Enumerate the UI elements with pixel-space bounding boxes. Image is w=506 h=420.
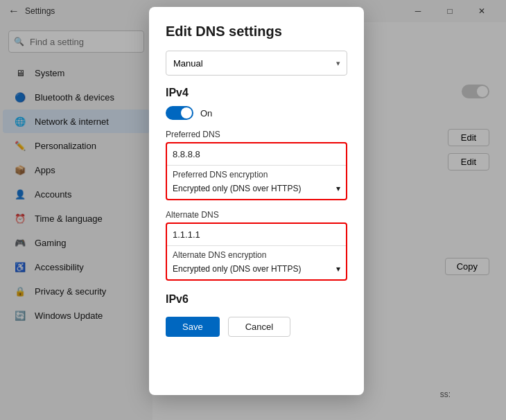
preferred-dns-box: Preferred DNS encryption Encrypted only … bbox=[166, 142, 347, 200]
alternate-dns-input-wrap bbox=[167, 224, 346, 246]
preferred-dns-label: Preferred DNS bbox=[166, 130, 347, 139]
preferred-dns-input[interactable] bbox=[173, 148, 340, 161]
alternate-encryption-label: Alternate DNS encryption bbox=[167, 246, 346, 261]
ipv4-toggle[interactable] bbox=[166, 106, 193, 120]
alternate-encryption-dropdown[interactable]: Encrypted only (DNS over HTTPS) ▾ bbox=[167, 261, 346, 279]
dns-mode-dropdown-wrap: Manual Automatic (DHCP) ▾ bbox=[166, 51, 347, 76]
modal-title: Edit DNS settings bbox=[166, 24, 347, 40]
settings-window: ← Settings ─ □ ✕ 🔍 🖥 System 🔵 Bluetooth … bbox=[0, 0, 506, 420]
toggle-thumb-on bbox=[181, 107, 192, 119]
dns-mode-dropdown[interactable]: Manual Automatic (DHCP) bbox=[166, 51, 347, 76]
alternate-dns-box: Alternate DNS encryption Encrypted only … bbox=[166, 222, 347, 281]
alternate-encryption-arrow: ▾ bbox=[336, 264, 340, 274]
cancel-button[interactable]: Cancel bbox=[228, 317, 290, 337]
ipv4-toggle-row: On bbox=[166, 106, 347, 120]
preferred-encryption-label: Preferred DNS encryption bbox=[167, 166, 346, 181]
alternate-encryption-value: Encrypted only (DNS over HTTPS) bbox=[173, 264, 301, 274]
edit-dns-modal: Edit DNS settings Manual Automatic (DHCP… bbox=[149, 7, 364, 395]
ipv4-toggle-label: On bbox=[200, 108, 212, 119]
preferred-encryption-arrow: ▾ bbox=[336, 184, 340, 193]
preferred-encryption-dropdown[interactable]: Encrypted only (DNS over HTTPS) ▾ bbox=[167, 181, 346, 199]
preferred-dns-input-wrap bbox=[167, 143, 346, 166]
alternate-dns-label: Alternate DNS bbox=[166, 210, 347, 220]
alternate-dns-input[interactable] bbox=[173, 228, 340, 241]
ipv4-heading: IPv4 bbox=[166, 87, 347, 99]
modal-footer: Save Cancel bbox=[166, 317, 347, 337]
save-button[interactable]: Save bbox=[166, 317, 220, 337]
ipv6-partial-heading: IPv6 bbox=[166, 290, 347, 306]
preferred-encryption-value: Encrypted only (DNS over HTTPS) bbox=[173, 184, 301, 193]
